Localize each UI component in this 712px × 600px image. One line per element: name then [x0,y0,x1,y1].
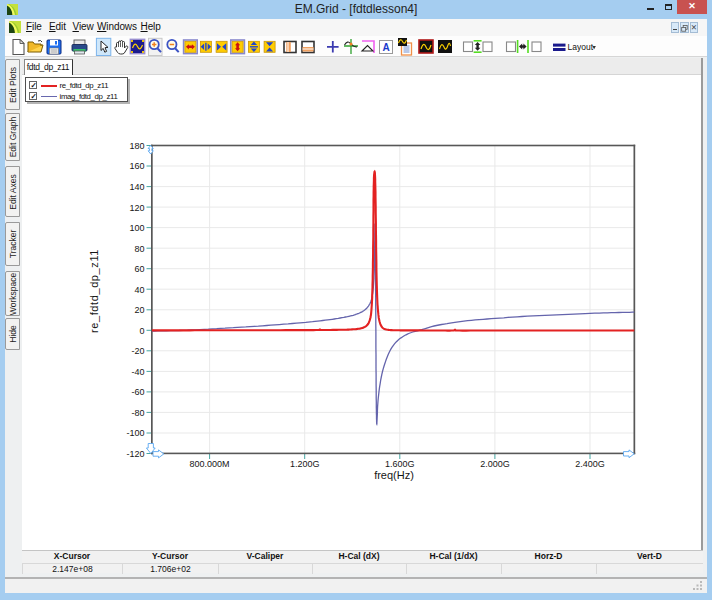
svg-text:800.000M: 800.000M [190,459,230,469]
svg-text:2.400G: 2.400G [575,459,605,469]
svg-text:2.000G: 2.000G [480,459,510,469]
svg-text:1.600G: 1.600G [385,459,415,469]
svg-text:140: 140 [129,182,144,192]
svg-text:60: 60 [134,264,144,274]
svg-text:-100: -100 [126,428,144,438]
svg-text:-20: -20 [131,346,144,356]
svg-text:180: 180 [129,141,144,151]
svg-text:80: 80 [134,244,144,254]
svg-text:1.200G: 1.200G [290,459,320,469]
svg-text:20: 20 [134,305,144,315]
svg-text:40: 40 [134,285,144,295]
svg-text:120: 120 [129,203,144,213]
svg-text:0: 0 [139,326,144,336]
svg-text:160: 160 [129,161,144,171]
svg-text:-40: -40 [131,367,144,377]
svg-text:-60: -60 [131,387,144,397]
svg-text:A: A [382,42,389,53]
svg-text:freq(Hz): freq(Hz) [374,469,414,481]
svg-text:100: 100 [129,223,144,233]
svg-text:re_fdtd_dp_z11: re_fdtd_dp_z11 [88,249,100,333]
svg-text:-80: -80 [131,408,144,418]
svg-text:Layout: Layout [568,42,594,52]
svg-text:-120: -120 [126,449,144,459]
